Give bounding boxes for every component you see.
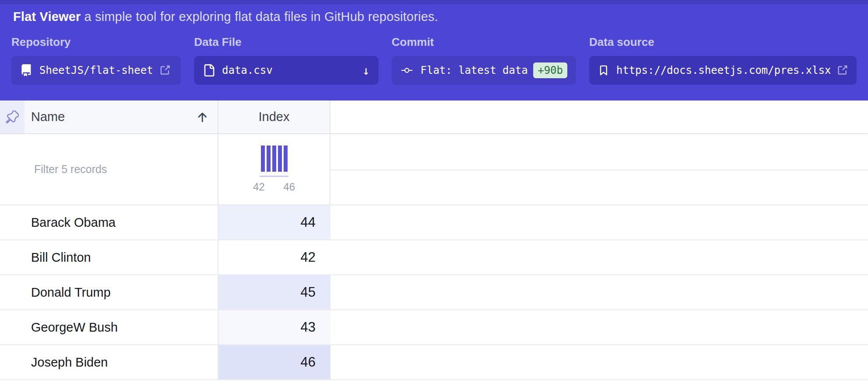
app-header: Flat Viewera simple tool for exploring f… bbox=[0, 0, 868, 100]
data-file-name: data.csv bbox=[222, 64, 273, 76]
cell-empty bbox=[330, 240, 868, 274]
app-subtitle: a simple tool for exploring flat data fi… bbox=[84, 10, 438, 24]
column-header-name-label: Name bbox=[31, 110, 65, 124]
sort-ascending-icon bbox=[196, 111, 209, 124]
cell-name: GeorgeW Bush bbox=[0, 310, 219, 344]
cell-index: 46 bbox=[219, 345, 330, 379]
cell-empty bbox=[330, 310, 868, 344]
grid-rows: Barack Obama 44 Bill Clinton 42 Donald T… bbox=[0, 205, 868, 380]
grid-filter-row: 42 46 bbox=[0, 134, 868, 205]
bookmark-icon bbox=[598, 65, 609, 76]
histogram-labels: 42 46 bbox=[253, 181, 295, 193]
cell-index: 42 bbox=[219, 240, 330, 274]
dropdown-arrow-icon: ↓ bbox=[362, 63, 370, 78]
data-source-control: Data source https://docs.sheetjs.com/pre… bbox=[589, 35, 857, 85]
data-file-label: Data File bbox=[194, 35, 378, 49]
data-file-control: Data File data.csv ↓ bbox=[194, 35, 378, 85]
filter-input[interactable] bbox=[0, 163, 218, 176]
data-grid: Name Index 42 46 Barack Obama 44 bbox=[0, 100, 868, 380]
cell-index: 45 bbox=[219, 275, 330, 309]
table-row: Joseph Biden 46 bbox=[0, 345, 868, 380]
commit-message: Flat: latest data bbox=[420, 64, 528, 76]
commit-diff-badge: +90b bbox=[533, 62, 567, 78]
column-header-index-label: Index bbox=[259, 110, 290, 124]
data-source-label: Data source bbox=[589, 35, 857, 49]
data-source-link[interactable]: https://docs.sheetjs.com/pres.xlsx bbox=[589, 56, 857, 85]
header-top-strip bbox=[0, 0, 868, 4]
repository-control: Repository SheetJS/flat-sheet bbox=[11, 35, 181, 85]
table-row: Barack Obama 44 bbox=[0, 205, 868, 240]
column-header-name[interactable]: Name bbox=[24, 100, 219, 133]
external-link-icon bbox=[837, 65, 848, 76]
histogram-underline bbox=[260, 176, 288, 177]
data-source-url: https://docs.sheetjs.com/pres.xlsx bbox=[616, 64, 831, 76]
grid-header-empty-area bbox=[330, 100, 868, 133]
index-histogram[interactable]: 42 46 bbox=[219, 134, 330, 204]
cell-index: 43 bbox=[219, 310, 330, 344]
cell-name: Donald Trump bbox=[0, 275, 219, 309]
histogram-bars bbox=[261, 146, 288, 172]
commit-control: Commit Flat: latest data +90b bbox=[392, 35, 576, 85]
repository-name: SheetJS/flat-sheet bbox=[39, 64, 153, 76]
cell-name: Bill Clinton bbox=[0, 240, 219, 274]
git-commit-icon bbox=[400, 65, 413, 76]
cell-index: 44 bbox=[219, 205, 330, 239]
column-header-index[interactable]: Index bbox=[219, 100, 330, 133]
pin-icon bbox=[6, 111, 19, 124]
histogram-max-label: 46 bbox=[283, 181, 295, 193]
empty-area-row-divider bbox=[330, 170, 868, 170]
table-row: GeorgeW Bush 43 bbox=[0, 310, 868, 345]
cell-name: Joseph Biden bbox=[0, 345, 219, 379]
table-row: Bill Clinton 42 bbox=[0, 240, 868, 275]
cell-empty bbox=[330, 275, 868, 309]
histogram-min-label: 42 bbox=[253, 181, 265, 193]
cell-empty bbox=[330, 345, 868, 379]
repo-icon bbox=[20, 64, 32, 76]
filter-cell-name bbox=[0, 134, 219, 204]
header-controls: Repository SheetJS/flat-sheet Data File … bbox=[0, 35, 868, 85]
pin-column-header[interactable] bbox=[0, 100, 24, 133]
repository-link-button[interactable]: SheetJS/flat-sheet bbox=[11, 56, 181, 85]
data-file-select[interactable]: data.csv ↓ bbox=[194, 56, 378, 85]
commit-select[interactable]: Flat: latest data +90b bbox=[392, 56, 576, 85]
cell-name: Barack Obama bbox=[0, 205, 219, 239]
app-title: Flat Viewer bbox=[13, 10, 81, 24]
external-link-icon bbox=[159, 65, 170, 76]
filter-row-empty-area bbox=[330, 134, 868, 204]
table-row: Donald Trump 45 bbox=[0, 275, 868, 310]
commit-label: Commit bbox=[392, 35, 576, 49]
repository-label: Repository bbox=[11, 35, 181, 49]
cell-empty bbox=[330, 205, 868, 239]
grid-header-row: Name Index bbox=[0, 100, 868, 134]
file-icon bbox=[203, 64, 215, 76]
